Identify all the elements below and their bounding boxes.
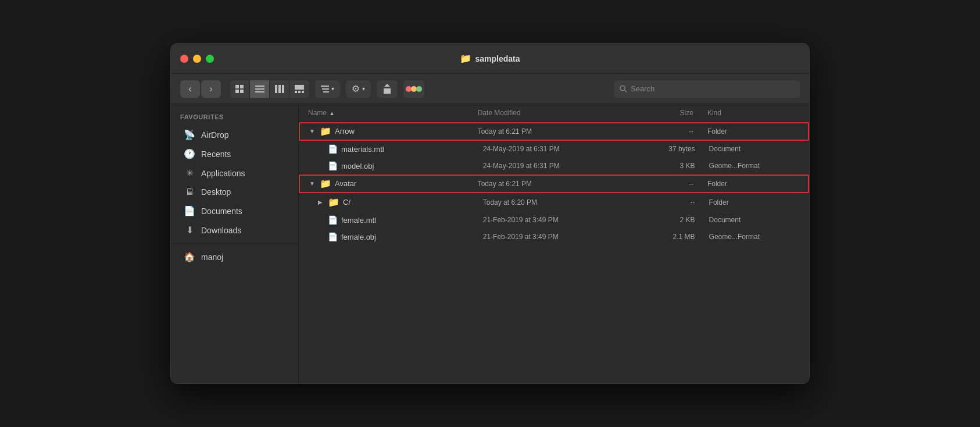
downloads-icon: ⬇	[184, 225, 195, 236]
sidebar-item-downloads[interactable]: ⬇ Downloads	[174, 220, 295, 240]
table-row[interactable]: 📄 female.obj 21-Feb-2019 at 3:49 PM 2.1 …	[299, 229, 809, 245]
forward-button[interactable]: ›	[201, 80, 221, 98]
file-size: --	[632, 127, 707, 136]
svg-rect-1	[240, 85, 244, 88]
file-name: model.obj	[341, 162, 374, 170]
view-gallery-button[interactable]	[289, 80, 309, 98]
svg-point-18	[411, 86, 417, 92]
svg-rect-6	[255, 91, 264, 92]
recents-icon: 🕐	[184, 148, 195, 159]
search-icon	[620, 85, 627, 93]
svg-rect-14	[321, 86, 329, 87]
file-name-cell: 📄 materials.mtl	[316, 144, 483, 154]
close-button[interactable]	[180, 55, 188, 63]
main-content: Favourites 📡 AirDrop 🕐 Recents ✳ Applica…	[171, 104, 809, 383]
desktop-icon: 🖥	[184, 187, 195, 197]
file-name-cell: 📄 female.obj	[316, 232, 483, 241]
sidebar-label-downloads: Downloads	[201, 226, 241, 235]
svg-line-21	[624, 90, 627, 92]
view-columns-button[interactable]	[270, 80, 289, 98]
view-icons-button[interactable]	[230, 80, 250, 98]
sidebar-section-title: Favourites	[171, 113, 298, 125]
folder-icon: 📁	[320, 126, 331, 137]
file-name-cell: 📄 female.mtl	[316, 215, 483, 225]
sidebar-item-airdrop[interactable]: 📡 AirDrop	[174, 125, 295, 144]
airdrop-icon: 📡	[184, 129, 195, 140]
share-button[interactable]	[377, 80, 398, 98]
file-icon: 📄	[328, 161, 338, 170]
sidebar-label-recents: Recents	[201, 150, 231, 159]
file-date: Today at 6:21 PM	[478, 127, 632, 136]
view-list-button[interactable]	[250, 80, 270, 98]
header-size[interactable]: Size	[632, 109, 707, 117]
search-bar[interactable]	[614, 80, 800, 98]
nav-buttons: ‹ ›	[180, 80, 221, 98]
file-name-cell: ▼ 📁 Avatar	[308, 178, 478, 189]
documents-icon: 📄	[184, 205, 195, 216]
manoj-icon: 🏠	[184, 251, 195, 262]
gear-arrow-icon: ▾	[362, 86, 365, 92]
sidebar: Favourites 📡 AirDrop 🕐 Recents ✳ Applica…	[171, 104, 299, 383]
file-name: C/	[343, 198, 350, 207]
folder-icon: 📁	[460, 53, 471, 64]
expand-arrow-icon[interactable]: ▶	[316, 199, 324, 205]
file-size: 2.1 MB	[634, 233, 709, 241]
file-name: female.obj	[341, 233, 376, 241]
file-icon: 📄	[328, 232, 338, 241]
file-name: female.mtl	[341, 216, 376, 225]
minimize-button[interactable]	[193, 55, 201, 63]
svg-rect-8	[278, 85, 281, 93]
table-row[interactable]: ▼ 📁 Avatar Today at 6:21 PM -- Folder	[299, 175, 809, 193]
svg-rect-11	[295, 91, 297, 93]
file-name-cell: 📄 model.obj	[316, 161, 483, 170]
header-name[interactable]: Name ▲	[308, 109, 478, 117]
svg-rect-2	[235, 90, 239, 93]
expand-arrow-icon[interactable]: ▼	[308, 180, 316, 187]
table-row[interactable]: 📄 materials.mtl 24-May-2019 at 6:31 PM 3…	[299, 141, 809, 158]
header-date[interactable]: Date Modified	[478, 109, 632, 117]
tag-button[interactable]	[403, 80, 424, 98]
sidebar-item-manoj[interactable]: 🏠 manoj	[174, 247, 295, 266]
file-list-header: Name ▲ Date Modified Size Kind	[299, 104, 809, 122]
svg-point-20	[620, 86, 625, 90]
gear-icon: ⚙	[352, 83, 360, 94]
table-row[interactable]: ▶ 📁 C/ Today at 6:20 PM -- Folder	[299, 193, 809, 212]
toolbar: ‹ › ▾ ⚙ ▾	[171, 74, 809, 104]
file-size: --	[634, 198, 709, 207]
expand-arrow-icon[interactable]: ▼	[308, 128, 316, 134]
folder-icon: 📁	[320, 178, 331, 189]
sidebar-item-applications[interactable]: ✳ Applications	[174, 163, 295, 183]
svg-rect-5	[255, 88, 264, 90]
svg-rect-15	[322, 88, 329, 90]
sidebar-item-recents[interactable]: 🕐 Recents	[174, 144, 295, 163]
svg-rect-0	[235, 85, 239, 88]
maximize-button[interactable]	[206, 55, 214, 63]
table-row[interactable]: 📄 female.mtl 21-Feb-2019 at 3:49 PM 2 KB…	[299, 212, 809, 229]
sidebar-label-airdrop: AirDrop	[201, 130, 228, 140]
file-kind: Document	[709, 216, 800, 224]
file-kind: Document	[709, 145, 800, 153]
svg-point-19	[416, 86, 422, 92]
group-button[interactable]: ▾	[315, 80, 340, 98]
sidebar-label-documents: Documents	[201, 207, 242, 216]
table-row[interactable]: 📄 model.obj 24-May-2019 at 6:31 PM 3 KB …	[299, 158, 809, 175]
group-arrow-icon: ▾	[331, 86, 334, 92]
table-row[interactable]: ▼ 📁 Arrow Today at 6:21 PM -- Folder	[299, 122, 809, 141]
file-name: Avatar	[335, 179, 356, 188]
file-name: materials.mtl	[341, 145, 384, 154]
svg-rect-13	[302, 91, 304, 93]
svg-rect-12	[298, 91, 301, 93]
action-button[interactable]: ⚙ ▾	[346, 80, 371, 98]
svg-rect-16	[323, 91, 329, 92]
sidebar-item-documents[interactable]: 📄 Documents	[174, 201, 295, 220]
search-input[interactable]	[631, 84, 794, 93]
sidebar-label-desktop: Desktop	[201, 187, 231, 197]
file-date: 21-Feb-2019 at 3:49 PM	[483, 233, 635, 241]
sidebar-item-desktop[interactable]: 🖥 Desktop	[174, 183, 295, 201]
svg-rect-7	[275, 85, 277, 93]
back-button[interactable]: ‹	[180, 80, 200, 98]
view-buttons	[230, 80, 309, 98]
header-kind[interactable]: Kind	[707, 109, 800, 117]
file-name-cell: ▶ 📁 C/	[316, 197, 483, 208]
sidebar-label-applications: Applications	[201, 169, 245, 178]
